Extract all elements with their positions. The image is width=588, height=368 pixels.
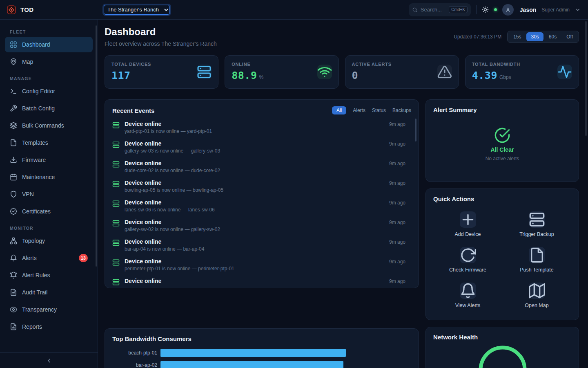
avatar[interactable] (502, 4, 514, 16)
server-icon (112, 200, 120, 207)
event-list-item[interactable]: Device onlinegallery-sw-03 is now online… (112, 137, 405, 157)
sidebar-section-label: FLEET (10, 29, 88, 34)
event-list-item[interactable]: Device onlineperimeter-ptp-01 is now onl… (112, 255, 405, 275)
event-title: Device online (125, 121, 384, 127)
site-selector[interactable]: The Stranger's Ranch (104, 5, 170, 15)
sidebar-item-config-editor[interactable]: Config Editor (5, 83, 93, 99)
quick-action-view-alerts[interactable]: View Alerts (433, 283, 502, 308)
quick-action-label: Check Firmware (449, 267, 486, 273)
sidebar-item-audit-trail[interactable]: Audit Trail (5, 285, 93, 300)
sidebar-item-bulk-commands[interactable]: Bulk Commands (5, 118, 93, 133)
server-icon (112, 220, 120, 227)
events-list: Device onlineyard-ptp-01 is now online —… (112, 118, 411, 288)
sidebar-collapse-button[interactable] (0, 352, 98, 368)
sidebar-item-firmware[interactable]: Firmware (5, 152, 93, 168)
server-icon (112, 121, 120, 129)
event-detail: bar-ap-04 is now online — bar-ap-04 (125, 246, 384, 252)
events-tab-all[interactable]: All (332, 106, 346, 114)
event-title: Device online (125, 219, 384, 225)
event-title: Device online (125, 199, 384, 206)
event-title: Device online (125, 278, 384, 284)
sidebar-item-label: Templates (22, 139, 48, 146)
event-title: Device online (125, 160, 384, 166)
topbar: TOD The Stranger's Ranch Cmd+K Jason Sup… (0, 0, 588, 20)
sidebar-item-label: Batch Config (22, 105, 55, 112)
event-time: 9m ago (389, 121, 405, 127)
network-health-gauge (426, 327, 579, 368)
refresh-option-15s[interactable]: 15s (509, 32, 526, 41)
refresh-option-60s[interactable]: 60s (544, 32, 561, 41)
sidebar-item-templates[interactable]: Templates (5, 135, 93, 150)
stat-card-total-devices: TOTAL DEVICES117 (105, 55, 218, 89)
stat-value: 117 (111, 70, 151, 81)
eye-icon (10, 306, 17, 313)
sidebar-item-label: Maintenance (22, 174, 55, 180)
sidebar-item-topology[interactable]: Topology (5, 233, 93, 249)
quick-action-label: Add Device (455, 231, 481, 237)
event-list-item[interactable]: Device online9m ago (112, 275, 405, 288)
event-list-item[interactable]: Device onlinegallery-sw-02 is now online… (112, 216, 405, 236)
sidebar-item-reports[interactable]: Reports (5, 319, 93, 334)
event-list-item[interactable]: Device onlinebowling-ap-05 is now online… (112, 177, 405, 196)
sidebar-item-transparency[interactable]: Transparency (5, 302, 93, 317)
event-list-item[interactable]: Device onlinebar-ap-04 is now online — b… (112, 236, 405, 255)
quick-action-add-device[interactable]: Add Device (433, 211, 502, 237)
events-tab-alerts[interactable]: Alerts (353, 108, 365, 113)
search-input[interactable] (421, 7, 446, 13)
alert-summary-card: Alert Summary All Clear No active alerts (425, 99, 579, 182)
event-list-item[interactable]: Device onlinelanes-sw-06 is now online —… (112, 196, 405, 216)
search-shortcut-badge: Cmd+K (449, 6, 468, 13)
theme-toggle-sun-icon[interactable] (482, 6, 489, 13)
sidebar-item-alert-rules[interactable]: Alert Rules (5, 267, 93, 283)
server-icon (112, 259, 120, 266)
refresh-interval-control: 15s30s60sOff (507, 31, 579, 43)
sidebar-scrollbar-thumb[interactable] (96, 25, 97, 267)
sidebar-item-dashboard[interactable]: Dashboard (5, 37, 93, 52)
event-detail: yard-ptp-01 is now online — yard-ptp-01 (125, 128, 384, 134)
sidebar-item-alerts[interactable]: Alerts13 (5, 250, 93, 266)
event-list-item[interactable]: Device onlinedude-core-02 is now online … (112, 157, 405, 177)
events-tab-status[interactable]: Status (372, 108, 386, 113)
stat-unit: % (259, 74, 263, 80)
quick-action-label: Trigger Backup (519, 231, 554, 237)
event-time: 9m ago (389, 259, 405, 265)
bandwidth-bar (160, 361, 343, 368)
bandwidth-card: Top Bandwidth Consumers beach-ptp-01bar-… (105, 328, 419, 368)
app-logo-icon (7, 5, 16, 15)
sidebar-nav: FLEETDashboardMapMANAGEConfig EditorBatc… (5, 25, 93, 352)
sidebar-item-certificates[interactable]: Certificates (5, 204, 93, 219)
recent-events-card: Recent Events AllAlertsStatusBackups Dev… (105, 99, 419, 288)
event-list-item[interactable]: Device onlineyard-ptp-01 is now online —… (112, 118, 405, 137)
server-icon (112, 141, 120, 148)
sidebar-item-label: Firmware (22, 157, 46, 163)
sidebar: FLEETDashboardMapMANAGEConfig EditorBatc… (0, 20, 98, 368)
search-box[interactable]: Cmd+K (409, 3, 471, 16)
wifi-icon (317, 65, 332, 79)
refresh-option-30s[interactable]: 30s (526, 32, 543, 41)
sidebar-item-label: Reports (22, 323, 42, 330)
sidebar-item-label: Alerts (22, 255, 37, 261)
sidebar-item-batch-config[interactable]: Batch Config (5, 101, 93, 116)
events-tabs: AllAlertsStatusBackups (332, 106, 411, 114)
quick-action-check-firmware[interactable]: Check Firmware (433, 247, 502, 273)
file-icon (10, 139, 17, 146)
user-menu-chevron-down-icon[interactable] (575, 7, 581, 13)
sidebar-item-label: Transparency (22, 306, 57, 313)
events-tab-backups[interactable]: Backups (392, 108, 411, 113)
quick-action-open-map[interactable]: Open Map (502, 283, 571, 308)
stats-row: TOTAL DEVICES117ONLINE88.9%ACTIVE ALERTS… (105, 55, 579, 89)
last-updated-text: Updated 07:36:13 PM (454, 34, 501, 40)
sidebar-item-label: Topology (22, 238, 45, 244)
stat-unit: Gbps (499, 74, 511, 80)
sidebar-item-vpn[interactable]: VPN (5, 186, 93, 202)
shield-icon (10, 191, 17, 198)
events-scrollbar-thumb[interactable] (415, 119, 416, 141)
sidebar-item-map[interactable]: Map (5, 54, 93, 70)
page-header: Dashboard Fleet overview across The Stra… (105, 26, 579, 47)
quick-action-push-template[interactable]: Push Template (502, 247, 571, 273)
refresh-option-off[interactable]: Off (562, 32, 577, 41)
sidebar-item-label: Map (22, 58, 33, 65)
quick-action-trigger-backup[interactable]: Trigger Backup (502, 211, 571, 237)
page-scrollbar-thumb[interactable] (585, 21, 587, 136)
sidebar-item-maintenance[interactable]: Maintenance (5, 169, 93, 185)
